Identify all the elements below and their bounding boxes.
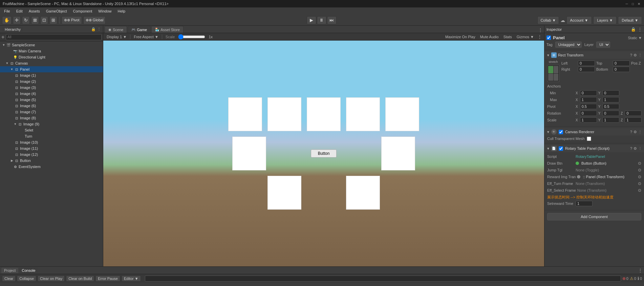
tag-select[interactable]: Untagged bbox=[555, 42, 582, 48]
mute-audio-button[interactable]: Mute Audio bbox=[479, 34, 500, 39]
game-toolbar-more-icon[interactable]: ⋮ bbox=[537, 34, 542, 40]
menu-file[interactable]: File bbox=[1, 8, 13, 14]
rt-bottom-input[interactable] bbox=[613, 67, 630, 72]
tab-scene[interactable]: ◉ Scene bbox=[105, 26, 127, 33]
tab-game[interactable]: 🎮 Game bbox=[128, 26, 151, 33]
rotary-table-header[interactable]: ▼ 📄 Rotary Table Panel (Script) ? ⚙ ⋮ bbox=[544, 145, 644, 152]
pivot-button[interactable]: ⊕ ⊕ Pivot bbox=[62, 16, 82, 24]
close-button[interactable]: ✕ bbox=[637, 1, 641, 6]
step-button[interactable]: ⏭ bbox=[327, 16, 337, 24]
setreward-input[interactable] bbox=[576, 201, 593, 206]
menu-gameobject[interactable]: GameObject bbox=[43, 8, 70, 14]
reward-img-target-icon[interactable]: ⊙ bbox=[638, 174, 641, 179]
account-button[interactable]: Account ▼ bbox=[566, 16, 592, 24]
layers-button[interactable]: Layers ▼ bbox=[593, 16, 617, 24]
tree-item-image11[interactable]: ⊡ Image (11) bbox=[0, 145, 103, 151]
hand-tool-button[interactable]: ✋ bbox=[2, 16, 12, 24]
add-component-button[interactable]: Add Component bbox=[547, 213, 641, 220]
layer-select[interactable]: UI bbox=[596, 42, 610, 48]
tree-item-maincamera[interactable]: 📷 Main Camera bbox=[0, 48, 103, 54]
anchor-max-y-input[interactable] bbox=[602, 97, 619, 102]
rot-x-input[interactable] bbox=[580, 111, 597, 116]
tree-item-image6[interactable]: ⊡ Image (6) bbox=[0, 103, 103, 109]
eff-select-target-icon[interactable]: ⊙ bbox=[638, 188, 641, 193]
tree-item-samplescene[interactable]: ▼ 🎬 SampleScene bbox=[0, 42, 103, 48]
draw-btn-target-icon[interactable]: ⊙ bbox=[638, 161, 641, 166]
scale-z-input[interactable] bbox=[625, 117, 642, 123]
rotary-table-checkbox[interactable] bbox=[559, 146, 563, 151]
scale-y-input[interactable] bbox=[602, 117, 619, 123]
tree-item-image9[interactable]: ▼ ⊡ Image (9) bbox=[0, 121, 103, 127]
display-selector[interactable]: Display 1 ▼ bbox=[105, 34, 128, 39]
tabs-more-icon[interactable]: ⋮ bbox=[538, 27, 543, 33]
jump-tgl-target-icon[interactable]: ⊙ bbox=[638, 168, 641, 172]
stretch-diagram[interactable] bbox=[547, 65, 559, 82]
stats-button[interactable]: Stats bbox=[502, 34, 513, 39]
tree-item-directionallight[interactable]: 💡 Directional Light bbox=[0, 54, 103, 60]
script-value[interactable]: RotaryTablePanel bbox=[576, 154, 605, 159]
hierarchy-more-icon[interactable]: ⋮ bbox=[97, 27, 101, 31]
tree-item-image8[interactable]: ⊡ Image (8) bbox=[0, 115, 103, 121]
rot-y-input[interactable] bbox=[602, 111, 619, 116]
cr-more-icon[interactable]: ⋮ bbox=[638, 130, 642, 134]
tree-item-image12[interactable]: ⊡ Image (12) bbox=[0, 151, 103, 158]
pivot-y-input[interactable] bbox=[602, 104, 619, 109]
rt-script-more-icon[interactable]: ⋮ bbox=[638, 146, 642, 151]
cr-settings-icon[interactable]: ⚙ bbox=[634, 130, 637, 134]
rt-script-settings-icon[interactable]: ⚙ bbox=[634, 146, 637, 151]
tree-item-image10[interactable]: ⊡ Image (10) bbox=[0, 139, 103, 145]
console-clear-on-play-button[interactable]: Clear on Play bbox=[38, 276, 65, 282]
tree-item-image4[interactable]: ⊡ Image (4) bbox=[0, 91, 103, 97]
tree-item-panel[interactable]: ▼ ⊡ Panel bbox=[0, 66, 103, 72]
cr-info-icon[interactable]: ? bbox=[630, 130, 632, 134]
rt-more-icon[interactable]: ⋮ bbox=[638, 53, 642, 57]
tree-item-image7[interactable]: ⊡ Image (7) bbox=[0, 109, 103, 115]
rt-top-input[interactable] bbox=[613, 61, 630, 66]
anchor-min-x-input[interactable] bbox=[580, 90, 597, 96]
collab-button[interactable]: Collab ▼ bbox=[537, 16, 559, 24]
move-tool-button[interactable]: ✛ bbox=[13, 16, 21, 24]
rt-info-icon[interactable]: ? bbox=[630, 53, 632, 57]
tree-item-button[interactable]: ▶ ⊡ Button bbox=[0, 158, 103, 164]
menu-help[interactable]: Help bbox=[115, 8, 128, 14]
maximize-on-play-button[interactable]: Maximize On Play bbox=[444, 34, 477, 39]
console-editor-button[interactable]: Editor ▼ bbox=[122, 276, 141, 282]
console-error-pause-button[interactable]: Error Pause bbox=[95, 276, 120, 282]
hierarchy-search-input[interactable] bbox=[6, 34, 102, 40]
hierarchy-lock-icon[interactable]: 🔒 bbox=[91, 27, 96, 31]
console-tab[interactable]: Console bbox=[19, 268, 38, 273]
tree-item-image1[interactable]: ⊡ Image (1) bbox=[0, 72, 103, 78]
menu-edit[interactable]: Edit bbox=[14, 8, 25, 14]
static-badge[interactable]: Static ▼ bbox=[628, 36, 642, 40]
anchor-min-y-input[interactable] bbox=[602, 90, 619, 96]
active-checkbox[interactable] bbox=[546, 35, 551, 40]
tree-item-image5[interactable]: ⊡ Image (5) bbox=[0, 97, 103, 103]
console-collapse-button[interactable]: Collapse bbox=[17, 276, 36, 282]
inspector-more-icon[interactable]: ⋮ bbox=[638, 27, 642, 32]
anchor-max-x-input[interactable] bbox=[580, 97, 597, 102]
minimize-button[interactable]: ─ bbox=[624, 1, 629, 6]
transform-tool-button[interactable]: ⊞ bbox=[49, 16, 57, 24]
play-button[interactable]: ▶ bbox=[307, 16, 316, 24]
game-button[interactable]: Button bbox=[311, 149, 337, 158]
tree-item-image3[interactable]: ⊡ Image (3) bbox=[0, 85, 103, 91]
gizmos-button[interactable]: Gizmos ▼ bbox=[515, 34, 535, 39]
scale-x-input[interactable] bbox=[580, 117, 597, 123]
rt-left-input[interactable] bbox=[578, 61, 595, 66]
rt-settings-icon[interactable]: ⚙ bbox=[634, 53, 637, 57]
console-search-input[interactable] bbox=[145, 276, 621, 282]
aspect-selector[interactable]: Free Aspect ▼ bbox=[132, 34, 160, 39]
rot-z-input[interactable] bbox=[625, 111, 642, 116]
console-clear-on-build-button[interactable]: Clear on Build bbox=[66, 276, 94, 282]
rect-transform-header[interactable]: ▼ ⊞ Rect Transform ? ⚙ ⋮ bbox=[544, 51, 644, 59]
tree-item-image2[interactable]: ⊡ Image (2) bbox=[0, 78, 103, 85]
cloud-icon[interactable]: ☁ bbox=[560, 18, 565, 23]
rotate-tool-button[interactable]: ↻ bbox=[22, 16, 30, 24]
menu-window[interactable]: Window bbox=[95, 8, 114, 14]
hierarchy-content[interactable]: ▼ 🎬 SampleScene 📷 Main Camera 💡 Directio… bbox=[0, 41, 103, 266]
rect-tool-button[interactable]: ⊡ bbox=[40, 16, 48, 24]
layout-button[interactable]: Default ▼ bbox=[618, 16, 642, 24]
inspector-lock-icon[interactable]: 🔒 bbox=[631, 27, 636, 32]
hierarchy-add-icon[interactable]: + bbox=[1, 34, 4, 40]
scale-slider[interactable] bbox=[178, 35, 205, 39]
